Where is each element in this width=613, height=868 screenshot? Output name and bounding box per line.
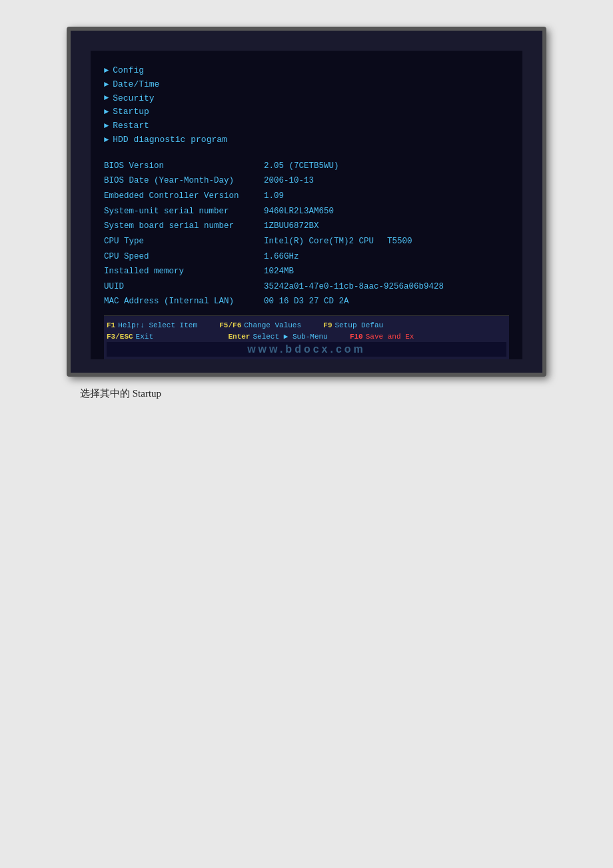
- label-bios-date: BIOS Date (Year-Month-Day): [104, 174, 264, 188]
- nav-item-hdd[interactable]: ► HDD diagnostic program: [104, 133, 509, 147]
- key-f9: F9: [323, 320, 332, 331]
- status-row-1: F1 Help↑↓ Select Item F5/F6 Change Value…: [107, 320, 506, 331]
- desc-f1: Help↑↓ Select Item: [118, 320, 206, 331]
- key-enter: Enter: [228, 331, 250, 343]
- nav-arrow-startup: ►: [104, 106, 109, 119]
- desc-f3esc: Exit: [136, 331, 215, 343]
- nav-arrow-restart: ►: [104, 120, 109, 133]
- label-bios-version: BIOS Version: [104, 159, 264, 173]
- nav-item-security[interactable]: ► Security: [104, 92, 509, 106]
- bios-screen: ► Config ► Date/Time ► Security ► Startu…: [91, 51, 522, 359]
- info-row-cpu-type: CPU Type Intel(R) Core(TM)2 CPU T5500: [104, 235, 509, 249]
- value-uuid: 35242a01-47e0-11cb-8aac-9256a06b9428: [264, 280, 444, 294]
- nav-item-datetime[interactable]: ► Date/Time: [104, 78, 509, 92]
- nav-arrow-hdd: ►: [104, 134, 109, 147]
- status-row-2: F3/ESC Exit Enter Select ▶ Sub-Menu F10 …: [107, 331, 506, 343]
- value-cpu-speed: 1.66GHz: [264, 250, 299, 264]
- watermark-area: www.bdocx.com: [107, 342, 506, 357]
- nav-item-startup[interactable]: ► Startup: [104, 105, 509, 119]
- page-caption: 选择其中的 Startup: [13, 387, 161, 400]
- info-row-ec-version: Embedded Controller Version 1.09: [104, 189, 509, 203]
- value-board-serial: 1ZBUU6872BX: [264, 219, 319, 233]
- info-row-uuid: UUID 35242a01-47e0-11cb-8aac-9256a06b942…: [104, 280, 509, 294]
- nav-item-config[interactable]: ► Config: [104, 64, 509, 78]
- info-section: BIOS Version 2.05 (7CETB5WU) BIOS Date (…: [104, 159, 509, 309]
- desc-f10: Save and Ex: [366, 331, 414, 343]
- value-memory: 1024MB: [264, 265, 294, 279]
- nav-label-security: Security: [113, 92, 154, 106]
- label-ec-version: Embedded Controller Version: [104, 189, 264, 203]
- label-mac: MAC Address (Internal LAN): [104, 295, 264, 309]
- label-uuid: UUID: [104, 280, 264, 294]
- info-row-bios-date: BIOS Date (Year-Month-Day) 2006-10-13: [104, 174, 509, 188]
- nav-label-hdd: HDD diagnostic program: [113, 133, 227, 147]
- value-mac: 00 16 D3 27 CD 2A: [264, 295, 349, 309]
- info-row-bios-version: BIOS Version 2.05 (7CETB5WU): [104, 159, 509, 173]
- nav-label-datetime: Date/Time: [113, 78, 159, 92]
- label-cpu-type: CPU Type: [104, 235, 264, 249]
- nav-label-config: Config: [113, 64, 144, 78]
- key-f10: F10: [350, 331, 363, 343]
- screenshot-wrapper: ► Config ► Date/Time ► Security ► Startu…: [67, 27, 546, 377]
- info-row-board-serial: System board serial number 1ZBUU6872BX: [104, 219, 509, 233]
- info-row-memory: Installed memory 1024MB: [104, 265, 509, 279]
- nav-item-restart[interactable]: ► Restart: [104, 119, 509, 133]
- label-system-serial: System-unit serial number: [104, 205, 264, 219]
- key-f5f6: F5/F6: [219, 320, 241, 331]
- label-cpu-speed: CPU Speed: [104, 250, 264, 264]
- value-bios-date: 2006-10-13: [264, 174, 314, 188]
- nav-arrow-datetime: ►: [104, 79, 109, 91]
- key-f1: F1: [107, 320, 115, 331]
- key-f3esc: F3/ESC: [107, 331, 133, 343]
- watermark-text: www.bdocx.com: [247, 343, 366, 355]
- label-memory: Installed memory: [104, 265, 264, 279]
- nav-arrow-config: ►: [104, 65, 109, 77]
- info-row-system-serial: System-unit serial number 9460LR2L3AM650: [104, 205, 509, 219]
- desc-enter: Select ▶ Sub-Menu: [253, 331, 336, 343]
- nav-label-startup: Startup: [113, 105, 149, 119]
- nav-section: ► Config ► Date/Time ► Security ► Startu…: [104, 64, 509, 147]
- info-row-cpu-speed: CPU Speed 1.66GHz: [104, 250, 509, 264]
- value-cpu-type: Intel(R) Core(TM)2 CPU T5500: [264, 235, 412, 249]
- status-bar: F1 Help↑↓ Select Item F5/F6 Change Value…: [104, 315, 509, 359]
- info-row-mac: MAC Address (Internal LAN) 00 16 D3 27 C…: [104, 295, 509, 309]
- value-bios-version: 2.05 (7CETB5WU): [264, 159, 339, 173]
- nav-label-restart: Restart: [113, 119, 149, 133]
- value-ec-version: 1.09: [264, 189, 284, 203]
- desc-f9: Setup Defau: [334, 320, 383, 331]
- nav-arrow-security: ►: [104, 92, 109, 105]
- label-board-serial: System board serial number: [104, 219, 264, 233]
- desc-f5f6: Change Values: [244, 320, 310, 331]
- value-system-serial: 9460LR2L3AM650: [264, 205, 334, 219]
